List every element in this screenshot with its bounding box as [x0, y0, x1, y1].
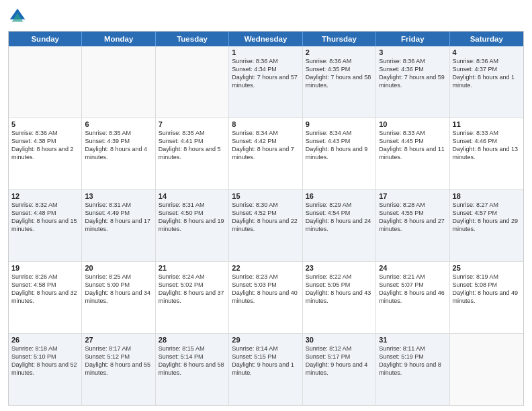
calendar-cell: 17Sunrise: 8:28 AM Sunset: 4:55 PM Dayli… — [376, 190, 449, 261]
day-info: Sunrise: 8:22 AM Sunset: 5:05 PM Dayligh… — [306, 273, 373, 306]
day-info: Sunrise: 8:26 AM Sunset: 4:58 PM Dayligh… — [11, 273, 79, 306]
calendar-cell: 16Sunrise: 8:29 AM Sunset: 4:54 PM Dayli… — [303, 190, 376, 261]
day-number: 27 — [85, 336, 152, 344]
calendar-cell: 4Sunrise: 8:36 AM Sunset: 4:37 PM Daylig… — [450, 46, 523, 118]
weekday-header: Saturday — [450, 32, 523, 46]
calendar-cell: 9Sunrise: 8:34 AM Sunset: 4:43 PM Daylig… — [303, 118, 376, 189]
day-number: 29 — [232, 336, 299, 344]
day-info: Sunrise: 8:34 AM Sunset: 4:42 PM Dayligh… — [232, 129, 299, 162]
day-number: 12 — [11, 192, 79, 200]
day-number: 5 — [11, 120, 79, 128]
calendar-cell: 22Sunrise: 8:23 AM Sunset: 5:03 PM Dayli… — [229, 262, 302, 333]
day-number: 20 — [85, 264, 152, 272]
calendar-cell: 24Sunrise: 8:21 AM Sunset: 5:07 PM Dayli… — [376, 262, 449, 333]
day-number: 16 — [306, 192, 373, 200]
day-info: Sunrise: 8:27 AM Sunset: 4:57 PM Dayligh… — [453, 201, 521, 234]
calendar-cell: 31Sunrise: 8:11 AM Sunset: 5:19 PM Dayli… — [376, 334, 449, 405]
calendar-row: 12Sunrise: 8:32 AM Sunset: 4:48 PM Dayli… — [9, 190, 523, 262]
calendar-cell: 27Sunrise: 8:17 AM Sunset: 5:12 PM Dayli… — [82, 334, 155, 405]
calendar-cell: 29Sunrise: 8:14 AM Sunset: 5:15 PM Dayli… — [229, 334, 302, 405]
calendar-cell: 1Sunrise: 8:36 AM Sunset: 4:34 PM Daylig… — [229, 46, 302, 118]
calendar-cell: 20Sunrise: 8:25 AM Sunset: 5:00 PM Dayli… — [82, 262, 155, 333]
day-number: 30 — [306, 336, 373, 344]
day-info: Sunrise: 8:28 AM Sunset: 4:55 PM Dayligh… — [379, 201, 446, 234]
header — [8, 7, 524, 26]
day-number: 8 — [232, 120, 299, 128]
calendar-cell: 13Sunrise: 8:31 AM Sunset: 4:49 PM Dayli… — [82, 190, 155, 261]
day-number: 14 — [159, 192, 226, 200]
day-number: 15 — [232, 192, 299, 200]
weekday-header: Wednesday — [229, 32, 302, 46]
day-info: Sunrise: 8:29 AM Sunset: 4:54 PM Dayligh… — [306, 201, 373, 234]
day-number: 4 — [453, 48, 521, 56]
calendar-row: 5Sunrise: 8:36 AM Sunset: 4:38 PM Daylig… — [9, 118, 523, 190]
day-number: 22 — [232, 264, 299, 272]
calendar-cell: 23Sunrise: 8:22 AM Sunset: 5:05 PM Dayli… — [303, 262, 376, 333]
day-number: 31 — [379, 336, 446, 344]
day-info: Sunrise: 8:36 AM Sunset: 4:34 PM Dayligh… — [232, 57, 299, 90]
calendar-cell: 28Sunrise: 8:15 AM Sunset: 5:14 PM Dayli… — [156, 334, 229, 405]
day-info: Sunrise: 8:30 AM Sunset: 4:52 PM Dayligh… — [232, 201, 299, 234]
day-number: 21 — [159, 264, 226, 272]
day-number: 25 — [453, 264, 521, 272]
day-number: 17 — [379, 192, 446, 200]
day-info: Sunrise: 8:19 AM Sunset: 5:08 PM Dayligh… — [453, 273, 521, 306]
day-number: 9 — [306, 120, 373, 128]
calendar-cell: 11Sunrise: 8:33 AM Sunset: 4:46 PM Dayli… — [450, 118, 523, 189]
calendar-cell: 14Sunrise: 8:31 AM Sunset: 4:50 PM Dayli… — [156, 190, 229, 261]
day-number: 26 — [11, 336, 79, 344]
calendar-cell: 15Sunrise: 8:30 AM Sunset: 4:52 PM Dayli… — [229, 190, 302, 261]
calendar-cell: 8Sunrise: 8:34 AM Sunset: 4:42 PM Daylig… — [229, 118, 302, 189]
day-number: 10 — [379, 120, 446, 128]
day-info: Sunrise: 8:31 AM Sunset: 4:49 PM Dayligh… — [85, 201, 152, 234]
calendar-cell: 10Sunrise: 8:33 AM Sunset: 4:45 PM Dayli… — [376, 118, 449, 189]
calendar-cell: 21Sunrise: 8:24 AM Sunset: 5:02 PM Dayli… — [156, 262, 229, 333]
day-number: 6 — [85, 120, 152, 128]
day-number: 18 — [453, 192, 521, 200]
calendar-row: 1Sunrise: 8:36 AM Sunset: 4:34 PM Daylig… — [9, 46, 523, 118]
day-info: Sunrise: 8:24 AM Sunset: 5:02 PM Dayligh… — [159, 273, 226, 306]
calendar-cell: 7Sunrise: 8:35 AM Sunset: 4:41 PM Daylig… — [156, 118, 229, 189]
logo — [8, 7, 30, 26]
calendar-cell: 5Sunrise: 8:36 AM Sunset: 4:38 PM Daylig… — [9, 118, 82, 189]
page: SundayMondayTuesdayWednesdayThursdayFrid… — [0, 0, 532, 411]
day-number: 19 — [11, 264, 79, 272]
day-info: Sunrise: 8:17 AM Sunset: 5:12 PM Dayligh… — [85, 345, 152, 377]
calendar-cell: 25Sunrise: 8:19 AM Sunset: 5:08 PM Dayli… — [450, 262, 523, 333]
day-number: 11 — [453, 120, 521, 128]
day-info: Sunrise: 8:11 AM Sunset: 5:19 PM Dayligh… — [379, 345, 446, 377]
day-number: 2 — [306, 48, 373, 56]
logo-icon — [8, 7, 27, 26]
calendar-cell: 2Sunrise: 8:36 AM Sunset: 4:35 PM Daylig… — [303, 46, 376, 118]
calendar-header: SundayMondayTuesdayWednesdayThursdayFrid… — [9, 32, 523, 46]
day-info: Sunrise: 8:36 AM Sunset: 4:38 PM Dayligh… — [11, 129, 79, 162]
calendar-cell: 12Sunrise: 8:32 AM Sunset: 4:48 PM Dayli… — [9, 190, 82, 261]
calendar-row: 19Sunrise: 8:26 AM Sunset: 4:58 PM Dayli… — [9, 262, 523, 334]
day-number: 23 — [306, 264, 373, 272]
day-info: Sunrise: 8:33 AM Sunset: 4:45 PM Dayligh… — [379, 129, 446, 162]
day-info: Sunrise: 8:18 AM Sunset: 5:10 PM Dayligh… — [11, 345, 79, 377]
calendar-cell: 18Sunrise: 8:27 AM Sunset: 4:57 PM Dayli… — [450, 190, 523, 261]
calendar-cell — [82, 46, 155, 118]
calendar-cell — [9, 46, 82, 118]
calendar-cell — [450, 334, 523, 405]
weekday-header: Friday — [376, 32, 449, 46]
calendar-row: 26Sunrise: 8:18 AM Sunset: 5:10 PM Dayli… — [9, 334, 523, 405]
day-info: Sunrise: 8:36 AM Sunset: 4:37 PM Dayligh… — [453, 57, 521, 90]
day-number: 1 — [232, 48, 299, 56]
day-info: Sunrise: 8:12 AM Sunset: 5:17 PM Dayligh… — [306, 345, 373, 377]
day-info: Sunrise: 8:36 AM Sunset: 4:35 PM Dayligh… — [306, 57, 373, 90]
weekday-header: Tuesday — [156, 32, 229, 46]
day-number: 28 — [159, 336, 226, 344]
weekday-header: Thursday — [303, 32, 376, 46]
calendar: SundayMondayTuesdayWednesdayThursdayFrid… — [8, 31, 524, 406]
calendar-cell: 30Sunrise: 8:12 AM Sunset: 5:17 PM Dayli… — [303, 334, 376, 405]
day-info: Sunrise: 8:31 AM Sunset: 4:50 PM Dayligh… — [159, 201, 226, 234]
day-info: Sunrise: 8:23 AM Sunset: 5:03 PM Dayligh… — [232, 273, 299, 306]
calendar-cell: 3Sunrise: 8:36 AM Sunset: 4:36 PM Daylig… — [376, 46, 449, 118]
weekday-header: Monday — [82, 32, 155, 46]
day-info: Sunrise: 8:34 AM Sunset: 4:43 PM Dayligh… — [306, 129, 373, 162]
day-number: 13 — [85, 192, 152, 200]
calendar-cell: 6Sunrise: 8:35 AM Sunset: 4:39 PM Daylig… — [82, 118, 155, 189]
day-info: Sunrise: 8:33 AM Sunset: 4:46 PM Dayligh… — [453, 129, 521, 162]
